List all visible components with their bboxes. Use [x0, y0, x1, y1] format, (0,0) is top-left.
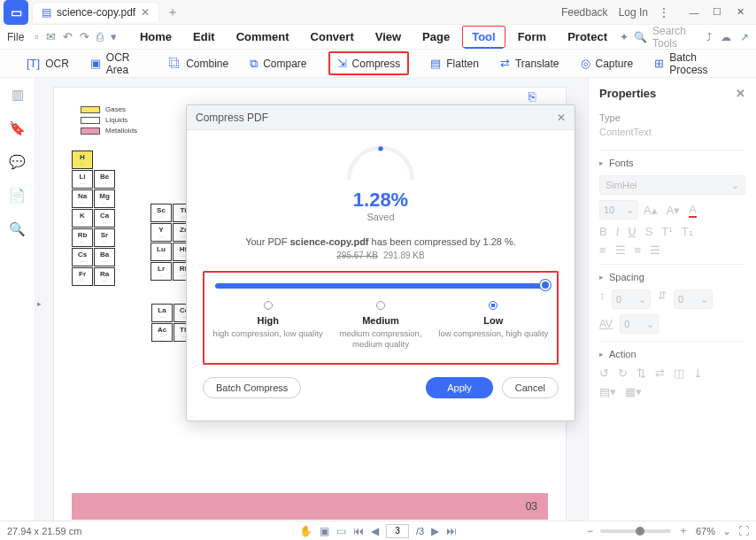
distribute-icon[interactable]: ▦▾	[625, 385, 642, 398]
batch-compress-button[interactable]: Batch Compress	[203, 377, 301, 398]
feedback-link[interactable]: Feedback	[561, 6, 608, 19]
last-page-icon[interactable]: ⏭	[446, 525, 457, 537]
cloud-icon[interactable]: ☁	[721, 31, 731, 43]
zoom-slider[interactable]	[600, 529, 671, 533]
thumbnails-icon[interactable]: ▥	[12, 87, 24, 103]
login-link[interactable]: Log In	[619, 6, 648, 19]
ocr-button[interactable]: [T]OCR	[27, 57, 69, 70]
share-icon[interactable]: ⤴	[706, 31, 712, 43]
menu-page[interactable]: Page	[413, 27, 459, 47]
combine-button[interactable]: ⿻Combine	[169, 57, 228, 70]
batch-process-button[interactable]: ⊞Batch Process	[654, 51, 729, 76]
maximize-icon[interactable]: ☐	[708, 4, 726, 21]
flip-h-icon[interactable]: ⇄	[655, 366, 665, 380]
file-menu[interactable]: File	[7, 31, 24, 43]
close-tab-icon[interactable]: ✕	[141, 6, 150, 19]
slider-thumb[interactable]	[540, 280, 551, 290]
strike-icon[interactable]: S	[645, 225, 653, 238]
zoom-dropdown-icon[interactable]: ⌄	[722, 525, 731, 537]
zoom-in-icon[interactable]: ＋	[678, 523, 689, 538]
rotate-left-icon[interactable]: ↺	[599, 366, 609, 380]
level-high[interactable]: High high compression, low quality	[212, 301, 324, 351]
compression-slider[interactable]	[215, 283, 546, 289]
menu-home[interactable]: Home	[131, 27, 181, 47]
first-page-icon[interactable]: ⏮	[353, 525, 364, 537]
new-tab-button[interactable]: ＋	[166, 4, 179, 20]
increase-font-icon[interactable]: A▴	[644, 204, 658, 217]
italic-icon[interactable]: I	[616, 225, 620, 238]
next-page-icon[interactable]: ▶	[431, 525, 439, 537]
fit-width-icon[interactable]: ▭	[336, 525, 346, 537]
flatten-button[interactable]: ▤Flatten	[430, 57, 479, 70]
char-spacing-input[interactable]: 0⌄	[620, 314, 659, 334]
level-medium[interactable]: Medium medium compression, medium qualit…	[324, 301, 436, 351]
rotate-right-icon[interactable]: ↻	[618, 366, 628, 380]
menu-form[interactable]: Form	[509, 27, 556, 47]
fonts-section[interactable]: Fonts	[599, 158, 745, 168]
level-low[interactable]: Low low compression, high quality	[437, 301, 550, 351]
zoom-out-icon[interactable]: −	[587, 525, 593, 537]
capture-button[interactable]: ◎Capture	[581, 57, 634, 70]
dropdown-icon[interactable]: ▾	[111, 30, 117, 43]
subscript-icon[interactable]: T₁	[682, 225, 693, 238]
menu-edit[interactable]: Edit	[184, 27, 224, 47]
radio-medium[interactable]	[376, 301, 385, 310]
compress-button[interactable]: ⇲Compress	[328, 51, 410, 75]
ocr-area-button[interactable]: ▣OCR Area	[90, 51, 148, 76]
apply-button[interactable]: Apply	[426, 377, 493, 398]
mail-icon[interactable]: ✉	[46, 30, 56, 43]
menu-protect[interactable]: Protect	[559, 27, 616, 47]
align-justify-icon[interactable]: ☰	[650, 243, 660, 257]
spacing-section[interactable]: Spacing	[599, 272, 745, 282]
font-family-select[interactable]: SimHei⌄	[599, 175, 745, 195]
document-tab[interactable]: ▤ science-copy.pdf ✕	[32, 2, 159, 22]
underline-icon[interactable]: U	[628, 225, 636, 238]
align-tool-icon[interactable]: ▤▾	[599, 385, 616, 398]
search-panel-icon[interactable]: 🔍	[9, 221, 26, 237]
more-icon[interactable]: ⋮	[659, 6, 669, 19]
compare-button[interactable]: ⧉Compare	[250, 57, 306, 71]
para-spacing-input[interactable]: 0⌄	[674, 289, 713, 309]
close-properties-icon[interactable]: ✕	[736, 87, 745, 100]
translate-button[interactable]: ⇄Translate	[500, 57, 559, 70]
expand-rail-icon[interactable]: ▸	[37, 299, 42, 308]
undo-icon[interactable]: ↶	[63, 30, 73, 43]
extract-icon[interactable]: ⤓	[693, 366, 703, 380]
attachments-icon[interactable]: 📄	[9, 188, 26, 204]
menu-convert[interactable]: Convert	[302, 27, 363, 47]
close-dialog-icon[interactable]: ✕	[557, 112, 566, 124]
crop-icon[interactable]: ◫	[674, 366, 684, 380]
external-icon[interactable]: ↗	[740, 31, 749, 43]
align-right-icon[interactable]: ≡	[635, 243, 642, 257]
radio-low[interactable]	[489, 301, 498, 310]
superscript-icon[interactable]: T¹	[661, 225, 672, 238]
fullscreen-icon[interactable]: ⛶	[738, 525, 749, 537]
align-left-icon[interactable]: ≡	[599, 243, 606, 257]
bookmark-icon[interactable]: 🔖	[9, 120, 26, 136]
comments-icon[interactable]: 💬	[9, 154, 26, 170]
font-color-icon[interactable]: A	[689, 203, 697, 218]
print-icon[interactable]: ⎙	[96, 30, 104, 43]
save-icon[interactable]: ▫	[35, 30, 39, 43]
font-size-select[interactable]: 10⌄	[599, 200, 638, 220]
wand-icon[interactable]: ✦	[620, 31, 629, 43]
close-window-icon[interactable]: ✕	[731, 4, 749, 21]
decrease-font-icon[interactable]: A▾	[667, 204, 681, 217]
bold-icon[interactable]: B	[599, 225, 607, 238]
search-placeholder[interactable]: Search Tools	[652, 25, 692, 50]
redo-icon[interactable]: ↷	[80, 30, 89, 43]
radio-high[interactable]	[264, 301, 273, 310]
page-flyout-icon[interactable]: ⎘	[528, 89, 536, 104]
flip-v-icon[interactable]: ⇅	[636, 366, 646, 380]
menu-tool[interactable]: Tool	[462, 26, 505, 48]
cancel-button[interactable]: Cancel	[502, 377, 559, 398]
minimize-icon[interactable]: —	[685, 4, 703, 21]
menu-view[interactable]: View	[366, 27, 410, 47]
line-spacing-input[interactable]: 0⌄	[612, 289, 651, 309]
prev-page-icon[interactable]: ◀	[371, 525, 379, 537]
align-center-icon[interactable]: ☰	[615, 243, 626, 257]
menu-comment[interactable]: Comment	[228, 27, 298, 47]
hand-tool-icon[interactable]: ✋	[299, 525, 312, 537]
page-number-input[interactable]	[386, 524, 409, 538]
action-section[interactable]: Action	[599, 349, 745, 359]
